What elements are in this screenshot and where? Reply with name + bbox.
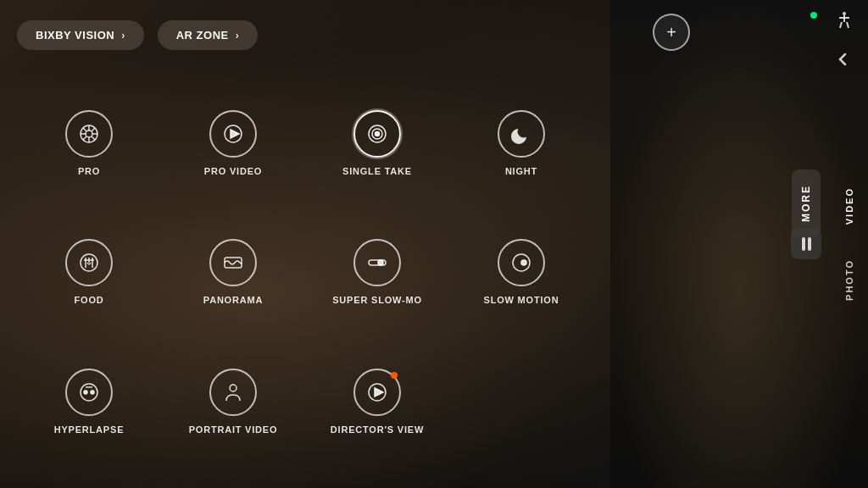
svg-point-26 [84, 391, 87, 394]
slow-motion-label: SLOW MOTION [484, 295, 559, 305]
bixby-vision-label: BIXBY VISION [36, 29, 114, 42]
pro-video-svg [221, 122, 245, 146]
portrait-video-svg [221, 380, 245, 404]
food-label: FOOD [75, 295, 104, 305]
panorama-label: PANORAMA [203, 295, 263, 305]
svg-line-7 [92, 136, 95, 140]
more-label-text: MORE [800, 185, 812, 222]
svg-point-29 [230, 385, 236, 391]
pause-button[interactable] [791, 229, 821, 259]
svg-point-14 [376, 132, 380, 136]
svg-line-8 [92, 128, 95, 131]
svg-point-1 [86, 130, 92, 137]
svg-marker-31 [375, 388, 383, 396]
super-slow-mo-svg [365, 251, 389, 274]
mode-pro[interactable]: PRO [17, 79, 161, 208]
super-slow-mo-label: SUPER SLOW-MO [332, 295, 422, 305]
directors-view-icon [353, 369, 401, 416]
single-take-svg [365, 122, 389, 146]
svg-point-25 [81, 384, 97, 401]
plus-icon: + [666, 23, 676, 42]
pro-video-label: PRO VIDEO [204, 166, 262, 176]
bixby-arrow: › [121, 30, 125, 42]
night-svg [509, 122, 533, 146]
tab-photo[interactable]: PHOTO [834, 242, 865, 318]
panorama-svg [221, 251, 245, 274]
slow-motion-svg [509, 251, 533, 274]
directors-view-dot [391, 372, 398, 379]
food-icon [65, 239, 113, 286]
panorama-icon [209, 239, 257, 286]
pro-icon [65, 110, 113, 158]
right-sidebar: + MORE VIDEO PH [610, 0, 868, 488]
hyperlapse-label: HYPERLAPSE [54, 424, 125, 435]
mode-night[interactable]: NIGHT [449, 79, 593, 208]
ar-zone-label: AR ZONE [176, 29, 229, 42]
ar-zone-button[interactable]: AR ZONE › [158, 20, 259, 50]
mode-directors-view[interactable]: DIRECTOR'S VIEW [305, 337, 449, 466]
mode-pro-video[interactable]: PRO VIDEO [161, 79, 305, 208]
aperture-svg [77, 122, 101, 146]
top-bar: BIXBY VISION › AR ZONE › [17, 20, 593, 50]
svg-rect-20 [225, 258, 242, 268]
slow-motion-icon [498, 239, 545, 286]
pause-icon [802, 237, 811, 251]
directors-view-label: DIRECTOR'S VIEW [331, 424, 424, 435]
single-take-label: SINGLE TAKE [342, 166, 412, 176]
svg-point-24 [521, 260, 526, 265]
pro-video-icon [209, 110, 257, 158]
svg-point-27 [91, 391, 94, 394]
photo-tab-label: PHOTO [844, 259, 854, 301]
more-tab[interactable]: MORE [792, 169, 821, 237]
svg-line-9 [83, 136, 86, 140]
right-bg [610, 0, 868, 488]
directors-view-svg [365, 380, 389, 404]
hyperlapse-svg [77, 380, 101, 404]
svg-point-22 [378, 260, 383, 265]
bixby-vision-button[interactable]: BIXBY VISION › [17, 20, 144, 50]
mode-portrait-video[interactable]: PORTRAIT VIDEO [161, 337, 305, 466]
video-tab-label: VIDEO [844, 187, 854, 225]
single-take-icon [353, 110, 401, 158]
modes-grid: PRO PRO VIDEO SINGLE TAKE [17, 70, 593, 474]
night-label: NIGHT [505, 166, 537, 176]
svg-marker-11 [231, 130, 239, 138]
mode-empty [449, 337, 593, 466]
vertical-tabs: VIDEO PHOTO [831, 0, 868, 488]
tab-video[interactable]: VIDEO [834, 170, 865, 241]
svg-line-6 [83, 128, 86, 131]
food-svg [77, 251, 101, 274]
ar-zone-arrow: › [236, 30, 240, 42]
green-dot-indicator [810, 12, 817, 19]
super-slow-mo-icon [353, 239, 401, 286]
mode-food[interactable]: FOOD [17, 208, 161, 336]
pro-label: PRO [78, 166, 100, 176]
portrait-video-icon [209, 369, 257, 416]
record-controls [791, 229, 821, 259]
plus-button[interactable]: + [653, 14, 690, 51]
hyperlapse-icon [65, 369, 113, 416]
mode-slow-motion[interactable]: SLOW MOTION [449, 208, 593, 336]
mode-super-slow-mo[interactable]: SUPER SLOW-MO [305, 208, 449, 336]
night-icon [498, 110, 545, 158]
portrait-video-label: PORTRAIT VIDEO [189, 424, 278, 435]
mode-hyperlapse[interactable]: HYPERLAPSE [17, 337, 161, 466]
camera-panel: BIXBY VISION › AR ZONE › [0, 0, 610, 488]
mode-panorama[interactable]: PANORAMA [161, 208, 305, 336]
mode-single-take[interactable]: SINGLE TAKE [305, 79, 449, 208]
